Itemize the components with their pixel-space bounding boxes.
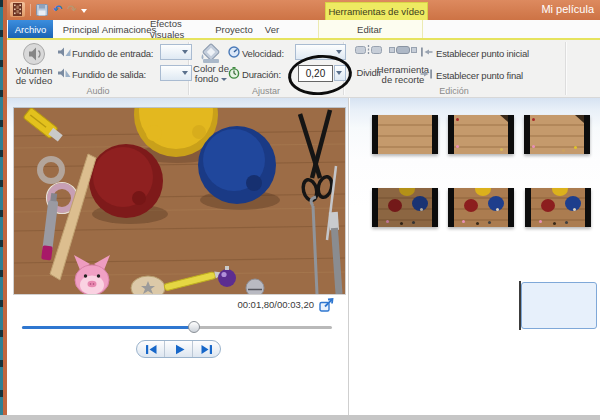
slider-progress <box>22 326 194 329</box>
speed-icon <box>228 46 240 58</box>
ribbon-tab-row: Archivo Principal Animaciones Efectos vi… <box>7 20 600 38</box>
set-end-point-icon <box>420 69 433 79</box>
redo-icon[interactable]: ↷ <box>67 4 76 15</box>
previous-frame-button[interactable] <box>137 341 165 357</box>
set-end-point-button[interactable]: Establecer punto final <box>436 70 523 81</box>
paint-bucket-icon <box>199 42 223 64</box>
dropdown-caret-icon <box>182 71 188 75</box>
ribbon-editar: Volumen de vídeo Fundido de entrada: Fun… <box>7 40 600 98</box>
next-frame-icon <box>201 344 213 355</box>
storyboard-clip-4[interactable] <box>372 188 438 227</box>
speed-label: Velocidad: <box>242 48 284 59</box>
dropdown-caret-icon <box>221 78 227 81</box>
divider <box>30 4 31 16</box>
fade-out-icon <box>58 67 71 79</box>
panel-divider <box>348 98 349 415</box>
fade-in-label: Fundido de entrada: <box>72 48 153 59</box>
storyboard-clip-3[interactable] <box>524 115 590 154</box>
tab-proyecto[interactable]: Proyecto <box>210 20 258 38</box>
dropdown-caret-icon <box>182 50 188 54</box>
window-title: Mi película <box>541 3 594 15</box>
storyboard-clip-5[interactable] <box>448 188 514 227</box>
tab-archivo[interactable]: Archivo <box>8 20 53 38</box>
storyboard-clip-1[interactable] <box>372 115 438 154</box>
save-icon[interactable] <box>36 4 48 16</box>
background-color-button[interactable]: Color de fondo <box>191 42 231 84</box>
playback-timecode: 00:01,80/00:03,20 <box>228 299 314 310</box>
seek-slider[interactable] <box>22 321 332 334</box>
speaker-volume-icon <box>21 42 47 66</box>
next-frame-button[interactable] <box>193 341 220 357</box>
contextual-tab-label: Herramientas de vídeo <box>328 6 424 17</box>
fullscreen-icon[interactable] <box>319 298 334 312</box>
trim-tool-icon <box>389 45 417 55</box>
movie-maker-window: ↶ ↷ Herramientas de vídeo Mi película Ar… <box>0 0 600 420</box>
audio-group-label: Audio <box>12 86 184 96</box>
tab-principal[interactable]: Principal <box>57 20 105 38</box>
filmstrip-icon <box>13 3 22 16</box>
play-icon <box>173 344 185 355</box>
storyboard-clip-6-selected[interactable] <box>525 188 591 227</box>
play-button[interactable] <box>165 341 193 357</box>
fade-in-dropdown[interactable] <box>160 44 192 60</box>
previous-frame-icon <box>145 344 157 355</box>
split-icon <box>355 45 382 55</box>
window-bottom-border <box>0 415 600 420</box>
fade-out-label: Fundido de salida: <box>72 69 146 80</box>
playback-controls <box>136 340 221 358</box>
group-separator <box>565 42 566 95</box>
quick-access-toolbar: ↶ ↷ <box>10 2 87 17</box>
tab-ver[interactable]: Ver <box>257 20 287 38</box>
duration-clock-icon <box>228 67 240 79</box>
fade-out-dropdown[interactable] <box>160 65 192 81</box>
fade-in-icon <box>58 46 71 58</box>
slider-thumb[interactable] <box>188 321 200 333</box>
contextual-tab-header: Herramientas de vídeo <box>325 2 428 20</box>
set-start-point-button[interactable]: Establecer punto inicial <box>436 48 529 59</box>
storyboard-clip-2[interactable] <box>448 115 514 154</box>
customize-qat-dropdown-icon[interactable] <box>81 9 87 13</box>
video-volume-label: Volumen de vídeo <box>16 66 53 86</box>
duration-label: Duración: <box>242 69 281 80</box>
background-color-label: Color de fondo <box>193 64 229 84</box>
edit-group-label: Edición <box>343 86 565 96</box>
titlebar: ↶ ↷ Herramientas de vídeo Mi película <box>7 0 600 20</box>
set-start-point-icon <box>420 47 433 57</box>
tab-efectos-visuales[interactable]: Efectos visuales <box>150 20 218 38</box>
selected-clip-outline <box>521 282 597 329</box>
video-volume-button[interactable]: Volumen de vídeo <box>12 42 56 86</box>
dropdown-caret-icon <box>336 50 342 54</box>
undo-icon[interactable]: ↶ <box>53 4 62 15</box>
video-preview[interactable] <box>14 108 345 294</box>
tab-editar[interactable]: Editar <box>337 20 402 38</box>
content-area: 00:01,80/00:03,20 <box>7 98 600 415</box>
app-menu-icon[interactable] <box>10 2 25 17</box>
